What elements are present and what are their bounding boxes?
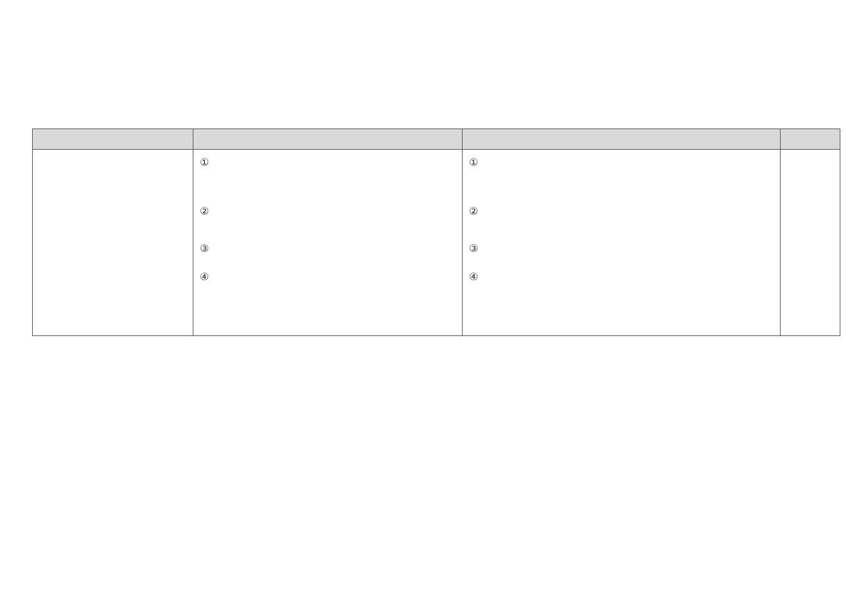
header-cell-3	[463, 129, 781, 150]
body-cell-1	[33, 150, 193, 336]
table-header-row	[33, 129, 840, 150]
header-cell-2	[193, 129, 463, 150]
circled-number-2: ②	[200, 206, 456, 217]
table-row: ① ② ③ ④ ① ② ③ ④	[33, 150, 840, 336]
circled-number-3: ③	[200, 244, 456, 254]
circled-number-1: ①	[200, 157, 456, 168]
body-cell-4	[781, 150, 840, 336]
circled-number-4: ④	[469, 272, 774, 282]
circled-number-2: ②	[469, 206, 774, 217]
body-cell-3: ① ② ③ ④	[463, 150, 781, 336]
header-cell-1	[33, 129, 193, 150]
numbered-table: ① ② ③ ④ ① ② ③ ④	[32, 129, 840, 336]
header-cell-4	[781, 129, 840, 150]
circled-number-1: ①	[469, 157, 774, 168]
circled-number-3: ③	[469, 244, 774, 254]
circled-number-4: ④	[200, 272, 456, 282]
body-cell-2: ① ② ③ ④	[193, 150, 463, 336]
